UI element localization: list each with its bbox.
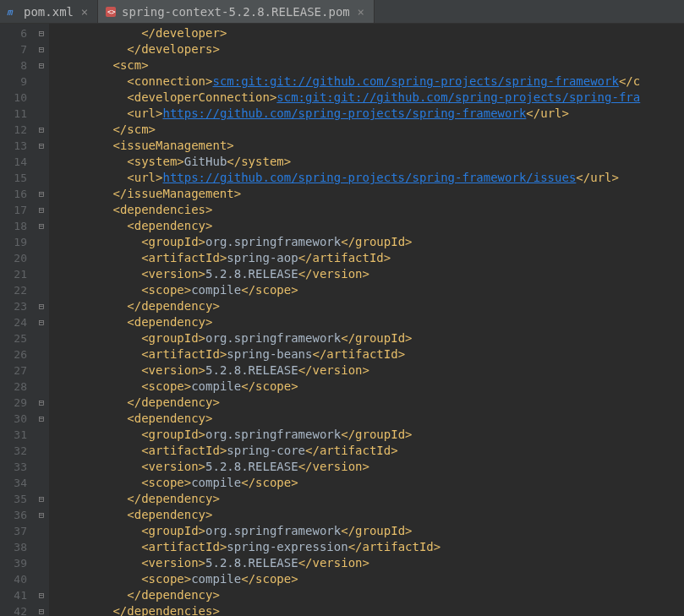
fold-marker[interactable]: ⊟ xyxy=(34,314,49,330)
code-line[interactable]: <artifactId>spring-aop</artifactId> xyxy=(56,250,684,266)
fold-marker[interactable] xyxy=(34,154,49,170)
code-line[interactable]: </dependency> xyxy=(56,298,684,314)
fold-marker[interactable] xyxy=(34,266,49,282)
code-line[interactable]: <scope>compile</scope> xyxy=(56,282,684,298)
code-line[interactable]: <artifactId>spring-beans</artifactId> xyxy=(56,346,684,363)
code-line[interactable]: <system>GitHub</system> xyxy=(56,154,684,170)
code-line[interactable]: <artifactId>spring-expression</artifactI… xyxy=(56,539,684,555)
code-line[interactable]: <scope>compile</scope> xyxy=(56,379,684,395)
code-line[interactable]: </scm> xyxy=(56,122,684,138)
fold-marker[interactable]: ⊟ xyxy=(34,507,49,523)
fold-marker[interactable] xyxy=(34,539,49,555)
code-line[interactable]: <groupId>org.springframework</groupId> xyxy=(56,427,684,443)
fold-marker[interactable] xyxy=(34,330,49,346)
line-number: 29 xyxy=(0,395,27,411)
fold-marker[interactable]: ⊟ xyxy=(34,138,49,154)
fold-marker[interactable] xyxy=(34,555,49,571)
tab-label: spring-context-5.2.8.RELEASE.pom xyxy=(122,5,350,19)
fold-marker[interactable]: ⊟ xyxy=(34,25,49,41)
code-line[interactable]: <scope>compile</scope> xyxy=(56,571,684,587)
tab-spring-context-pom[interactable]: <> spring-context-5.2.8.RELEASE.pom × xyxy=(98,0,375,23)
line-number: 8 xyxy=(0,57,27,74)
code-editor[interactable]: 6789101112131415161718192021222324252627… xyxy=(0,24,684,616)
code-line[interactable]: <url>https://github.com/spring-projects/… xyxy=(56,170,684,186)
code-line[interactable]: <artifactId>spring-core</artifactId> xyxy=(56,443,684,459)
line-number: 20 xyxy=(0,250,27,266)
code-line[interactable]: </issueManagement> xyxy=(56,186,684,202)
code-line[interactable]: </dependency> xyxy=(56,587,684,603)
code-line[interactable]: <dependencies> xyxy=(56,202,684,218)
fold-marker[interactable]: ⊟ xyxy=(34,57,49,74)
line-number: 6 xyxy=(0,25,27,41)
tab-pom-xml[interactable]: m pom.xml × xyxy=(0,0,98,23)
code-line[interactable]: <version>5.2.8.RELEASE</version> xyxy=(56,555,684,571)
line-number: 35 xyxy=(0,491,27,507)
fold-marker[interactable] xyxy=(34,250,49,266)
code-line[interactable]: <groupId>org.springframework</groupId> xyxy=(56,523,684,539)
fold-marker[interactable] xyxy=(34,427,49,443)
fold-marker[interactable] xyxy=(34,90,49,106)
line-number: 16 xyxy=(0,186,27,202)
close-icon[interactable]: × xyxy=(79,6,90,18)
fold-marker[interactable]: ⊟ xyxy=(34,587,49,603)
code-line[interactable]: <issueManagement> xyxy=(56,138,684,154)
line-number: 19 xyxy=(0,234,27,250)
fold-marker[interactable] xyxy=(34,363,49,379)
line-number: 22 xyxy=(0,282,27,298)
fold-marker[interactable] xyxy=(34,170,49,186)
line-number: 34 xyxy=(0,475,27,491)
line-number: 25 xyxy=(0,330,27,346)
code-line[interactable]: </dependencies> xyxy=(56,603,684,616)
fold-marker[interactable] xyxy=(34,106,49,122)
code-line[interactable]: </developer> xyxy=(56,25,684,41)
fold-marker[interactable]: ⊟ xyxy=(34,395,49,411)
fold-marker[interactable]: ⊟ xyxy=(34,603,49,616)
code-line[interactable]: <groupId>org.springframework</groupId> xyxy=(56,234,684,250)
code-line[interactable]: </developers> xyxy=(56,41,684,57)
code-line[interactable]: <developerConnection>scm:git:git://githu… xyxy=(56,90,684,106)
code-line[interactable]: <groupId>org.springframework</groupId> xyxy=(56,330,684,346)
fold-marker[interactable]: ⊟ xyxy=(34,41,49,57)
code-line[interactable]: </dependency> xyxy=(56,395,684,411)
line-number: 41 xyxy=(0,587,27,603)
fold-marker[interactable] xyxy=(34,234,49,250)
code-line[interactable]: </dependency> xyxy=(56,491,684,507)
fold-marker[interactable]: ⊟ xyxy=(34,122,49,138)
code-line[interactable]: <dependency> xyxy=(56,218,684,234)
fold-marker[interactable] xyxy=(34,346,49,363)
code-line[interactable]: <scope>compile</scope> xyxy=(56,475,684,491)
fold-marker[interactable] xyxy=(34,74,49,90)
line-number-gutter: 6789101112131415161718192021222324252627… xyxy=(0,24,34,616)
code-line[interactable]: <version>5.2.8.RELEASE</version> xyxy=(56,363,684,379)
code-line[interactable]: <dependency> xyxy=(56,507,684,523)
code-line[interactable]: <dependency> xyxy=(56,314,684,330)
line-number: 21 xyxy=(0,266,27,282)
line-number: 30 xyxy=(0,411,27,427)
fold-marker[interactable] xyxy=(34,459,49,475)
code-line[interactable]: <dependency> xyxy=(56,411,684,427)
fold-marker[interactable] xyxy=(34,475,49,491)
tab-bar: m pom.xml × <> spring-context-5.2.8.RELE… xyxy=(0,0,684,24)
fold-marker[interactable] xyxy=(34,282,49,298)
code-line[interactable]: <scm> xyxy=(56,57,684,74)
code-line[interactable]: <url>https://github.com/spring-projects/… xyxy=(56,106,684,122)
code-line[interactable]: <connection>scm:git:git://github.com/spr… xyxy=(56,74,684,90)
fold-marker[interactable] xyxy=(34,379,49,395)
fold-marker[interactable] xyxy=(34,443,49,459)
close-icon[interactable]: × xyxy=(355,6,367,18)
tab-label: pom.xml xyxy=(24,5,74,19)
fold-marker[interactable]: ⊟ xyxy=(34,202,49,218)
fold-marker[interactable]: ⊟ xyxy=(34,186,49,202)
fold-marker[interactable]: ⊟ xyxy=(34,298,49,314)
code-area[interactable]: </developer> </developers> <scm> <connec… xyxy=(49,24,684,616)
code-line[interactable]: <version>5.2.8.RELEASE</version> xyxy=(56,459,684,475)
xml-file-icon: <> xyxy=(105,6,117,18)
fold-marker[interactable]: ⊟ xyxy=(34,491,49,507)
fold-marker[interactable] xyxy=(34,571,49,587)
code-line[interactable]: <version>5.2.8.RELEASE</version> xyxy=(56,266,684,282)
fold-marker[interactable] xyxy=(34,523,49,539)
fold-marker[interactable]: ⊟ xyxy=(34,411,49,427)
fold-marker[interactable]: ⊟ xyxy=(34,218,49,234)
line-number: 37 xyxy=(0,523,27,539)
line-number: 39 xyxy=(0,555,27,571)
